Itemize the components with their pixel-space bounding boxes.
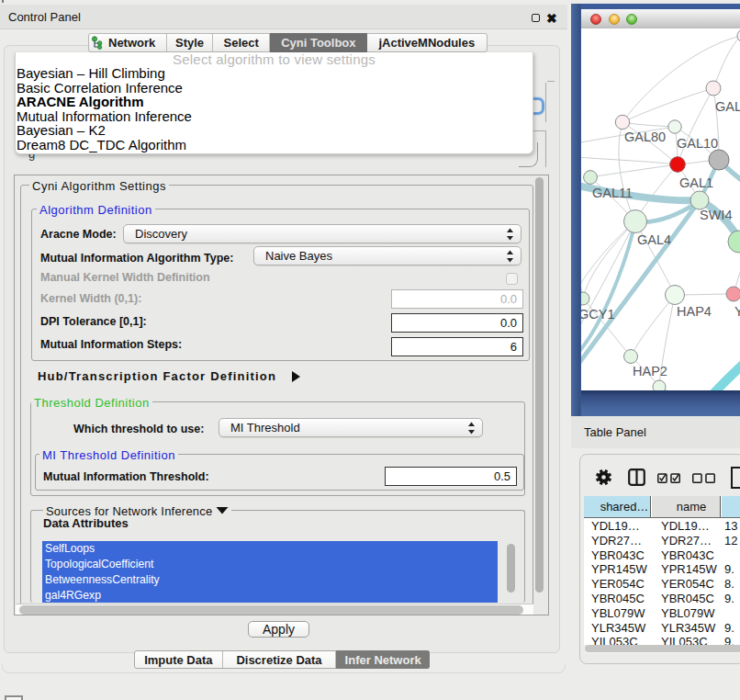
svg-text:GAL2: GAL2 — [715, 99, 740, 114]
svg-text:Y: Y — [734, 304, 740, 319]
svg-text:GAL80: GAL80 — [624, 130, 666, 144]
svg-text:SWI4: SWI4 — [700, 208, 732, 222]
svg-text:GAL10: GAL10 — [677, 136, 718, 151]
svg-text:GAL1: GAL1 — [679, 175, 713, 190]
svg-text:GCY1: GCY1 — [581, 307, 615, 322]
svg-text:HAP2: HAP2 — [633, 364, 667, 378]
svg-text:GAL11: GAL11 — [592, 186, 633, 200]
svg-text:HAP4: HAP4 — [677, 304, 712, 319]
svg-text:GAL4: GAL4 — [637, 232, 671, 247]
